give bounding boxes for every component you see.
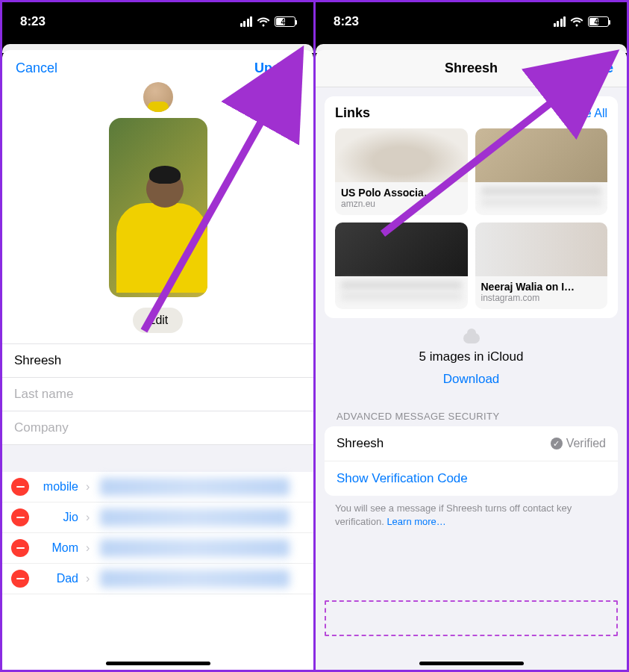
links-card: Links See All US Polo Associa… amzn.eu bbox=[325, 96, 618, 318]
delete-icon[interactable] bbox=[11, 508, 29, 526]
battery-icon: 47 bbox=[588, 16, 609, 27]
link-title: Neeraj Walia on I… bbox=[481, 281, 602, 293]
nav-bar: Shreesh Done bbox=[316, 50, 627, 87]
company-field[interactable]: Company bbox=[2, 411, 313, 445]
icloud-text: 5 images in iCloud bbox=[316, 349, 627, 364]
footnote: You will see a message if Shreesh turns … bbox=[316, 496, 627, 529]
status-right: 47 bbox=[240, 16, 296, 27]
chevron-right-icon: › bbox=[86, 572, 90, 585]
status-time: 8:23 bbox=[334, 14, 359, 29]
page-title: Shreesh bbox=[445, 60, 498, 76]
left-phone: 8:23 47 Cancel Update Edit Shreesh Last … bbox=[2, 2, 313, 670]
phone-number[interactable] bbox=[100, 478, 290, 496]
check-icon: ✓ bbox=[551, 438, 563, 449]
link-item[interactable]: Neeraj Walia on I… instagram.com bbox=[475, 223, 608, 309]
contact-detail-sheet: Shreesh Done Links See All US Polo Assoc… bbox=[316, 50, 627, 670]
phone-number[interactable] bbox=[100, 508, 290, 526]
delete-icon[interactable] bbox=[11, 478, 29, 496]
status-time: 8:23 bbox=[20, 14, 46, 29]
download-button[interactable]: Download bbox=[316, 364, 627, 391]
first-name-field[interactable]: Shreesh bbox=[2, 344, 313, 378]
verified-row[interactable]: Shreesh ✓ Verified bbox=[325, 426, 618, 461]
section-label: ADVANCED MESSAGE SECURITY bbox=[316, 397, 627, 426]
chevron-right-icon: › bbox=[86, 480, 90, 494]
nav-bar: Cancel Update bbox=[2, 50, 313, 81]
status-bar: 8:23 47 bbox=[2, 2, 313, 41]
link-thumbnail bbox=[335, 128, 468, 182]
phone-row[interactable]: Jio › bbox=[2, 503, 313, 533]
cancel-button[interactable]: Cancel bbox=[16, 60, 57, 76]
link-thumbnail bbox=[475, 223, 608, 276]
link-domain: amzn.eu bbox=[341, 199, 462, 209]
phone-label[interactable]: Dad bbox=[37, 572, 78, 585]
security-card: Shreesh ✓ Verified Show Verification Cod… bbox=[325, 426, 618, 496]
wifi-icon bbox=[570, 17, 583, 27]
phone-number[interactable] bbox=[100, 570, 290, 588]
last-name-field[interactable]: Last name bbox=[2, 378, 313, 411]
link-domain bbox=[481, 199, 602, 206]
delete-icon[interactable] bbox=[11, 570, 29, 588]
cloud-icon bbox=[463, 333, 480, 343]
phone-row[interactable]: Mom › bbox=[2, 533, 313, 564]
chevron-right-icon: › bbox=[86, 541, 90, 555]
home-indicator[interactable] bbox=[106, 662, 210, 665]
edit-button[interactable]: Edit bbox=[133, 308, 184, 333]
signal-icon bbox=[554, 16, 566, 27]
link-item[interactable] bbox=[475, 128, 608, 215]
verify-name: Shreesh bbox=[337, 436, 384, 451]
home-indicator[interactable] bbox=[419, 662, 524, 665]
status-bar: 8:23 47 bbox=[316, 2, 627, 41]
phone-rows: mobile › Jio › Mom › Dad › bbox=[2, 472, 313, 594]
delete-icon[interactable] bbox=[11, 539, 29, 557]
link-thumbnail bbox=[335, 223, 468, 276]
phone-label[interactable]: mobile bbox=[37, 480, 78, 494]
chevron-right-icon: › bbox=[86, 511, 90, 524]
phone-row[interactable]: Dad › bbox=[2, 564, 313, 594]
done-button[interactable]: Done bbox=[580, 60, 613, 76]
link-domain: instagram.com bbox=[481, 293, 602, 303]
learn-more-link[interactable]: Learn more… bbox=[387, 516, 445, 527]
update-button[interactable]: Update bbox=[254, 60, 300, 76]
link-domain bbox=[341, 293, 462, 300]
name-fields: Shreesh Last name Company bbox=[2, 343, 313, 445]
contact-poster[interactable] bbox=[109, 118, 207, 297]
edit-contact-sheet: Cancel Update Edit Shreesh Last name Com… bbox=[2, 50, 313, 670]
phone-row[interactable]: mobile › bbox=[2, 472, 313, 503]
link-title bbox=[341, 281, 462, 290]
avatar[interactable] bbox=[143, 82, 173, 112]
links-header: Links bbox=[335, 105, 370, 121]
battery-icon: 47 bbox=[275, 16, 295, 27]
link-item[interactable] bbox=[335, 223, 468, 309]
icloud-block: 5 images in iCloud Download bbox=[316, 318, 627, 397]
phone-label[interactable]: Mom bbox=[37, 541, 78, 555]
phone-number[interactable] bbox=[100, 539, 290, 557]
verified-badge: ✓ Verified bbox=[551, 437, 606, 450]
signal-icon bbox=[240, 16, 253, 27]
link-title bbox=[481, 187, 602, 196]
status-right: 47 bbox=[554, 16, 610, 27]
see-all-button[interactable]: See All bbox=[570, 107, 607, 120]
link-item[interactable]: US Polo Associa… amzn.eu bbox=[335, 128, 468, 215]
link-title: US Polo Associa… bbox=[341, 187, 462, 199]
phone-label[interactable]: Jio bbox=[37, 511, 78, 524]
highlight-box bbox=[325, 600, 618, 636]
link-thumbnail bbox=[475, 128, 608, 182]
wifi-icon bbox=[257, 17, 270, 27]
right-phone: 8:23 47 Shreesh Done Links See All bbox=[316, 2, 627, 670]
show-code-button[interactable]: Show Verification Code bbox=[325, 461, 618, 496]
